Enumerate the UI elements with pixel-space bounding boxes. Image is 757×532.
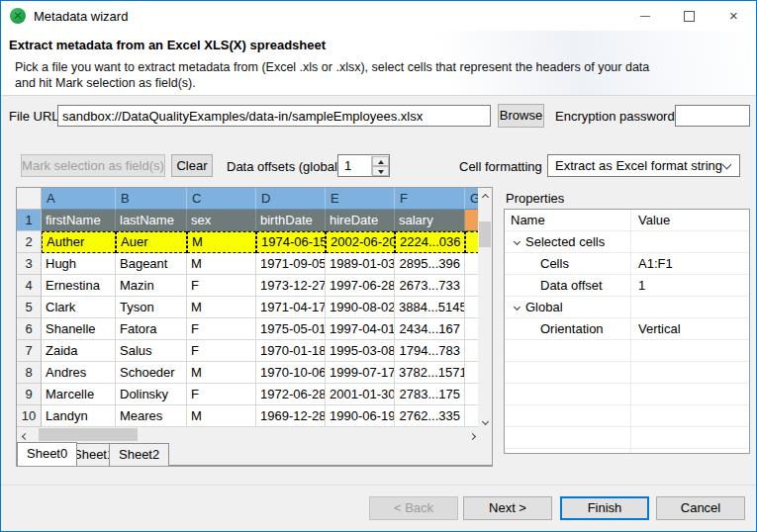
data-cell[interactable] [465, 384, 479, 405]
data-cell[interactable]: 2783...175 [395, 384, 465, 405]
data-cell[interactable]: Marcelle [42, 384, 116, 405]
data-cell[interactable]: 1971-04-17 [256, 297, 326, 318]
file-url-input[interactable] [57, 105, 491, 127]
encryption-password-input[interactable] [675, 105, 750, 127]
data-cell[interactable]: Salus [116, 340, 187, 362]
data-cell[interactable]: 1995-03-08 [326, 340, 395, 362]
scroll-up-icon[interactable] [478, 188, 492, 203]
row-header-8[interactable]: 8 [17, 362, 42, 384]
property-row[interactable]: OrientationVertical [505, 318, 749, 340]
spinner-up-icon[interactable] [372, 156, 389, 166]
data-cell[interactable] [465, 340, 479, 362]
data-cell[interactable]: Hugh [42, 253, 116, 275]
header-cell[interactable]: birthDate [256, 210, 326, 231]
data-cell[interactable]: 2002-06-20 [326, 231, 395, 253]
row-header-6[interactable]: 6 [17, 318, 42, 340]
horizontal-scrollbar[interactable] [17, 427, 480, 442]
data-cell[interactable]: 1975-05-01 [256, 318, 326, 340]
data-cell[interactable]: Zaida [42, 340, 116, 362]
column-header-G[interactable]: G [465, 188, 479, 210]
row-header-4[interactable]: 4 [17, 275, 42, 297]
data-cell[interactable] [465, 362, 479, 384]
data-cell[interactable]: F [187, 340, 256, 362]
header-cell[interactable]: firstName [42, 210, 116, 231]
tab-sheet0[interactable]: Sheet0 [17, 442, 77, 466]
cancel-button[interactable]: Cancel [656, 496, 745, 520]
row-header-2[interactable]: 2 [17, 231, 42, 253]
data-cell[interactable] [465, 318, 479, 340]
data-cell[interactable]: F [187, 275, 256, 297]
data-cell[interactable]: Meares [116, 405, 187, 427]
maximize-icon[interactable] [667, 1, 711, 31]
data-cell[interactable]: 1974-06-15 [256, 231, 326, 253]
column-header-C[interactable]: C [187, 188, 256, 210]
data-cell[interactable]: Dolinsky [116, 384, 187, 405]
data-cell[interactable]: Auther [42, 231, 116, 253]
data-cell[interactable]: 1989-01-03 [326, 253, 395, 275]
data-cell[interactable] [465, 253, 479, 275]
tab-sheet2[interactable]: Sheet2 [109, 443, 169, 466]
grid-corner-cell[interactable] [17, 188, 42, 210]
spinner-down-icon[interactable] [372, 166, 389, 176]
property-row[interactable]: CellsA1:F1 [505, 253, 749, 275]
data-cell[interactable]: 1794...783 [395, 340, 465, 362]
data-cell[interactable]: 3782...1571 [395, 362, 465, 384]
data-cell[interactable]: 1997-06-28 [326, 275, 395, 297]
back-button[interactable]: < Back [369, 496, 458, 520]
mark-selection-button[interactable]: Mark selection as field(s) [21, 154, 165, 177]
browse-button[interactable]: Browse [498, 104, 544, 128]
data-cell[interactable]: M [187, 362, 256, 384]
row-header-1[interactable]: 1 [17, 210, 42, 231]
data-cell[interactable]: 1969-12-28 [256, 405, 326, 427]
data-cell[interactable]: Fatora [116, 318, 187, 340]
column-header-D[interactable]: D [256, 188, 326, 210]
next-button[interactable]: Next > [463, 496, 552, 520]
scroll-left-icon[interactable] [17, 427, 33, 442]
column-header-F[interactable]: F [395, 188, 465, 210]
data-cell[interactable]: Landyn [42, 405, 116, 427]
column-header-E[interactable]: E [326, 188, 395, 210]
data-cell[interactable]: Tyson [116, 297, 187, 318]
expand-chevron-icon[interactable] [514, 304, 520, 310]
data-cell[interactable]: 2224...036 [395, 231, 465, 253]
column-header-A[interactable]: A [42, 188, 116, 210]
row-header-3[interactable]: 3 [17, 253, 42, 275]
next-column-cell[interactable] [465, 210, 479, 231]
data-cell[interactable]: Clark [42, 297, 116, 318]
clear-button[interactable]: Clear [171, 154, 213, 177]
header-cell[interactable]: lastName [116, 210, 187, 231]
header-cell[interactable]: salary [395, 210, 465, 231]
row-header-9[interactable]: 9 [17, 384, 42, 405]
horizontal-scrollbar-thumb[interactable] [39, 428, 138, 441]
finish-button[interactable]: Finish [560, 496, 649, 520]
data-cell[interactable]: 1997-04-01 [326, 318, 395, 340]
data-cell[interactable]: Mazin [116, 275, 187, 297]
data-cell[interactable]: 1970-10-06 [256, 362, 326, 384]
data-cell[interactable] [465, 231, 479, 253]
data-cell[interactable]: 1970-01-18 [256, 340, 326, 362]
data-cell[interactable]: M [187, 405, 256, 427]
minimize-icon[interactable] [622, 1, 667, 31]
property-row[interactable]: Global [505, 297, 749, 318]
data-cell[interactable]: 1999-07-17 [326, 362, 395, 384]
data-cell[interactable]: 1971-09-05 [256, 253, 326, 275]
data-cell[interactable]: 1973-12-27 [256, 275, 326, 297]
row-header-7[interactable]: 7 [17, 340, 42, 362]
data-cell[interactable]: F [187, 384, 256, 405]
property-row[interactable]: Data offset1 [505, 275, 749, 297]
data-cell[interactable]: F [187, 318, 256, 340]
data-cell[interactable]: Auer [116, 231, 187, 253]
header-cell[interactable]: hireDate [326, 210, 395, 231]
data-cell[interactable]: M [187, 253, 256, 275]
data-cell[interactable]: 2001-01-30 [326, 384, 395, 405]
cell-formatting-dropdown[interactable]: Extract as Excel format string [547, 154, 740, 177]
vertical-scrollbar[interactable] [478, 188, 492, 427]
data-cell[interactable]: Ernestina [42, 275, 116, 297]
data-cell[interactable]: 2762...335 [395, 405, 465, 427]
data-cell[interactable]: 2895...396 [395, 253, 465, 275]
data-cell[interactable]: M [187, 231, 256, 253]
data-cell[interactable]: 3884...5145 [395, 297, 465, 318]
data-cell[interactable]: Shanelle [42, 318, 116, 340]
data-cell[interactable] [465, 405, 479, 427]
expand-chevron-icon[interactable] [514, 238, 520, 245]
